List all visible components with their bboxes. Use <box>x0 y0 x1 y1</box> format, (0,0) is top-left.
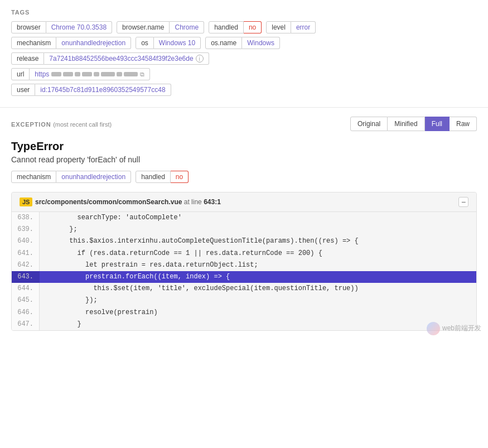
tag-os-key: os <box>136 37 154 49</box>
tag-level-value: error <box>291 21 316 33</box>
tag-url-value[interactable]: https ⧉ <box>30 68 150 80</box>
url-block-4 <box>82 72 92 76</box>
tag-os-value: Windows 10 <box>154 37 201 49</box>
tag-release-value: 7a7241b88452556bee493ccc34584f39f2e3e6de… <box>44 52 209 65</box>
external-link-icon[interactable]: ⧉ <box>140 71 144 78</box>
code-line: 647. } <box>12 319 476 330</box>
js-badge: JS <box>20 197 32 206</box>
url-prefix: https <box>35 70 49 78</box>
line-number: 639. <box>12 224 40 235</box>
line-number: 644. <box>12 283 40 295</box>
tag-handled-key: handled <box>209 21 244 33</box>
tag-row-url: url https ⧉ <box>11 68 477 80</box>
tag-mechanism-key: mechanism <box>11 37 56 49</box>
tag-browser-name: browser.name Chrome <box>117 21 204 33</box>
exception-tag-handled: handled no <box>136 171 189 183</box>
tags-section: TAGS browser Chrome 70.0.3538 browser.na… <box>0 0 488 108</box>
watermark-logo <box>427 322 440 335</box>
btn-raw[interactable]: Raw <box>450 117 477 131</box>
code-line: 640. this.$axios.interxinhu.autoComplete… <box>12 235 476 247</box>
line-number: 640. <box>12 235 40 247</box>
tag-os: os Windows 10 <box>136 37 201 49</box>
tag-level-key: level <box>266 21 291 33</box>
url-block-2 <box>63 72 73 76</box>
exception-sublabel: (most recent call first) <box>53 121 112 128</box>
tag-handled-value: no <box>244 21 262 33</box>
exception-tag-mechanism: mechanism onunhandledrejection <box>11 171 131 183</box>
exception-header: EXCEPTION (most recent call first) Origi… <box>11 117 477 131</box>
error-message: Cannot read property 'forEach' of null <box>11 155 477 164</box>
code-line: 643. prestrain.forEach((item, index) => … <box>12 271 476 283</box>
tag-os-name-key: os.name <box>205 37 242 49</box>
tag-mechanism: mechanism onunhandledrejection <box>11 37 131 49</box>
code-line: 646. resolve(prestrain) <box>12 307 476 319</box>
line-number: 641. <box>12 248 40 259</box>
line-number: 645. <box>12 295 40 306</box>
tags-label: TAGS <box>11 9 477 16</box>
tag-mechanism-value: onunhandledrejection <box>56 37 131 49</box>
tag-browser-name-key: browser.name <box>117 21 170 33</box>
code-block: JS src/components/common/commonSearch.vu… <box>11 192 477 331</box>
exception-section: EXCEPTION (most recent call first) Origi… <box>0 108 488 340</box>
tag-user: user id:17645b7c81d911e8960352549577cc48 <box>11 84 171 96</box>
tag-row-1: browser Chrome 70.0.3538 browser.name Ch… <box>11 21 477 33</box>
tag-browser-name-value: Chrome <box>170 21 204 33</box>
line-content: }; <box>40 224 83 235</box>
info-icon[interactable]: i <box>196 55 204 62</box>
line-content: if (res.data.returnCode == 1 || res.data… <box>40 248 328 259</box>
btn-minified[interactable]: Minified <box>388 117 424 131</box>
line-content: resolve(prestrain) <box>40 307 163 319</box>
code-header-left: JS src/components/common/commonSearch.vu… <box>20 198 221 206</box>
tag-browser-value: Chrome 70.0.3538 <box>46 21 112 33</box>
url-redacted-blocks <box>51 72 138 76</box>
line-content: }); <box>40 295 103 306</box>
tag-user-key: user <box>11 84 35 96</box>
line-content: searchType: 'autoComplete' <box>40 212 187 224</box>
code-line: 645. }); <box>12 295 476 306</box>
exception-tags: mechanism onunhandledrejection handled n… <box>11 171 477 183</box>
code-filename: src/components/common/commonSearch.vue <box>35 198 182 206</box>
line-number: 647. <box>12 319 40 330</box>
line-number: 643. <box>12 271 40 283</box>
url-block-8 <box>124 72 138 76</box>
btn-full[interactable]: Full <box>425 117 450 131</box>
code-lines: 638. searchType: 'autoComplete'639. };64… <box>12 212 476 330</box>
exception-mechanism-key: mechanism <box>11 171 56 183</box>
code-line: 644. this.$set(item, 'title', excludeSpe… <box>12 283 476 295</box>
tag-level: level error <box>266 21 316 33</box>
tag-row-user: user id:17645b7c81d911e8960352549577cc48 <box>11 84 477 96</box>
line-content: let prestrain = res.data.returnObject.li… <box>40 259 264 271</box>
exception-handled-key: handled <box>136 171 171 183</box>
code-line-number: 643:1 <box>204 198 221 206</box>
code-at-text: at line 643:1 <box>184 198 221 206</box>
line-number: 642. <box>12 259 40 271</box>
tag-row-2: mechanism onunhandledrejection os Window… <box>11 37 477 49</box>
exception-handled-value: no <box>171 171 189 183</box>
exception-header-left: EXCEPTION (most recent call first) <box>11 120 112 128</box>
code-line: 642. let prestrain = res.data.returnObje… <box>12 259 476 271</box>
line-content: } <box>40 319 87 330</box>
code-file-path: src/components/common/commonSearch.vue a… <box>35 198 221 206</box>
tag-handled: handled no <box>209 21 262 33</box>
line-number: 638. <box>12 212 40 224</box>
url-block-3 <box>75 72 80 76</box>
code-line: 641. if (res.data.returnCode == 1 || res… <box>12 248 476 259</box>
tag-row-release: release 7a7241b88452556bee493ccc34584f39… <box>11 52 477 65</box>
collapse-button[interactable]: − <box>458 197 468 207</box>
url-block-1 <box>51 72 61 76</box>
tag-browser-key: browser <box>11 21 46 33</box>
tag-browser: browser Chrome 70.0.3538 <box>11 21 112 33</box>
code-header: JS src/components/common/commonSearch.vu… <box>12 192 476 212</box>
url-block-7 <box>117 72 122 76</box>
tag-url-key: url <box>11 68 30 80</box>
btn-original[interactable]: Original <box>350 117 388 131</box>
exception-mechanism-value: onunhandledrejection <box>56 171 131 183</box>
url-block-6 <box>101 72 115 76</box>
line-content: prestrain.forEach((item, index) => { <box>40 271 235 283</box>
line-number: 646. <box>12 307 40 319</box>
watermark: web前端开发 <box>427 322 481 335</box>
code-line: 638. searchType: 'autoComplete' <box>12 212 476 224</box>
tag-url: url https ⧉ <box>11 68 150 80</box>
tag-release-key: release <box>11 52 44 65</box>
tag-release: release 7a7241b88452556bee493ccc34584f39… <box>11 52 209 65</box>
